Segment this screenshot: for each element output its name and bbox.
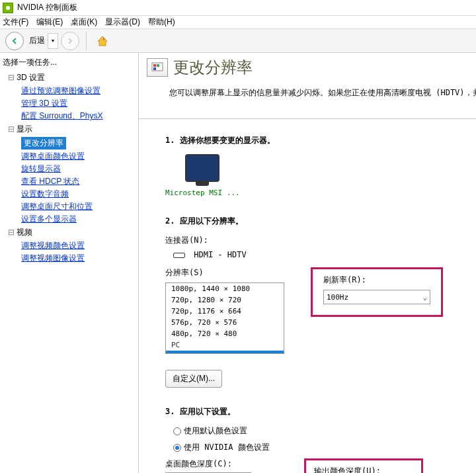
- tree-item[interactable]: 管理 3D 设置: [3, 97, 136, 110]
- tree-item[interactable]: 通过预览调整图像设置: [3, 85, 136, 97]
- content: 选择一项任务... 3D 设置 通过预览调整图像设置 管理 3D 设置 配置 S…: [0, 53, 476, 473]
- tree-item[interactable]: 调整视频图像设置: [3, 252, 136, 265]
- radio-icon: [173, 427, 181, 435]
- field-label: 输出颜色深度(U):: [314, 466, 413, 473]
- nvidia-icon: [3, 3, 13, 13]
- menu-display[interactable]: 显示器(D): [105, 17, 140, 28]
- tree-item[interactable]: 查看 HDCP 状态: [3, 175, 136, 188]
- tree-item[interactable]: 旋转显示器: [3, 163, 136, 175]
- tree-item[interactable]: 调整桌面颜色设置: [3, 150, 136, 163]
- list-group-pc: PC: [166, 339, 284, 351]
- resolution-column: 分辨率(S) 1080p, 1440 × 1080 720p, 1280 × 7…: [165, 267, 284, 354]
- svg-point-0: [6, 6, 10, 10]
- tree-group-label[interactable]: 视频: [3, 226, 136, 239]
- menubar: 文件(F) 编辑(E) 桌面(K) 显示器(D) 帮助(H): [0, 16, 476, 29]
- sidebar-title: 选择一项任务...: [3, 56, 136, 69]
- section-title: 1. 选择你想要变更的显示器。: [165, 135, 463, 146]
- back-history-dropdown[interactable]: ▾: [48, 33, 58, 49]
- tree-group-label[interactable]: 显示: [3, 122, 136, 136]
- connector-value-row: HDMI - HDTV: [165, 250, 463, 259]
- page-description: 您可以调整屏幕上显示的信息量并减少闪烁。如果您正在使用高清晰度电视 (HDTV)…: [147, 87, 468, 99]
- tree-group-3d: 3D 设置 通过预览调整图像设置 管理 3D 设置 配置 Surround、Ph…: [3, 71, 136, 122]
- tree-group-video: 视频 调整视频颜色设置 调整视频图像设置: [3, 226, 136, 265]
- toolbar: 后退 ▾: [0, 29, 476, 53]
- radio-icon: [173, 444, 181, 452]
- svg-rect-4: [157, 64, 159, 67]
- back-label: 后退: [29, 35, 45, 46]
- resolution-icon: [147, 58, 168, 77]
- tree-item-change-resolution[interactable]: 更改分辨率: [21, 137, 66, 150]
- window-title: NVIDIA 控制面板: [17, 2, 77, 13]
- tree-group-label[interactable]: 3D 设置: [3, 71, 136, 85]
- section-resolution: 2. 应用以下分辨率。 连接器(N): HDMI - HDTV 分辨率(S) 1…: [165, 216, 463, 388]
- page-title: 更改分辨率: [147, 57, 468, 78]
- tree-item[interactable]: 配置 Surround、PhysX: [3, 110, 136, 122]
- tree-group-display: 显示 更改分辨率 调整桌面颜色设置 旋转显示器 查看 HDCP 状态 设置数字音…: [3, 122, 136, 226]
- tree-item[interactable]: 调整视频颜色设置: [3, 239, 136, 252]
- color-settings-grid: 桌面颜色深度(C): 最高 (32-位) 输出颜色格式(P): RGB 输出颜色…: [165, 458, 463, 473]
- menu-edit[interactable]: 编辑(E): [36, 17, 63, 28]
- back-button[interactable]: [5, 32, 24, 50]
- separator: [86, 32, 87, 50]
- list-item[interactable]: 720p, 1176 × 664: [166, 306, 284, 317]
- sidebar: 选择一项任务... 3D 设置 通过预览调整图像设置 管理 3D 设置 配置 S…: [0, 53, 139, 473]
- body-area: 1. 选择你想要变更的显示器。 Microstep MSI ... 2. 应用以…: [139, 119, 476, 473]
- output-depth-field: 输出颜色深度(U): 10 bpc: [314, 466, 413, 473]
- radio-nvidia-color[interactable]: 使用 NVIDIA 颜色设置: [165, 442, 463, 453]
- forward-button: [61, 32, 79, 50]
- menu-help[interactable]: 帮助(H): [148, 17, 175, 28]
- resolution-label: 分辨率(S): [165, 267, 284, 279]
- menu-desktop[interactable]: 桌面(K): [71, 17, 97, 28]
- connector-label: 连接器(N):: [165, 235, 463, 246]
- list-item[interactable]: 576p, 720 × 576: [166, 317, 284, 328]
- header-area: 更改分辨率 您可以调整屏幕上显示的信息量并减少闪烁。如果您正在使用高清晰度电视 …: [139, 53, 476, 119]
- menu-file[interactable]: 文件(F): [3, 17, 28, 28]
- list-item-selected[interactable]: 1920 × 1080: [166, 351, 284, 354]
- list-item[interactable]: 720p, 1280 × 720: [166, 294, 284, 306]
- field-label: 桌面颜色深度(C):: [165, 458, 278, 470]
- list-item[interactable]: 1080p, 1440 × 1080: [166, 283, 284, 294]
- svg-rect-1: [103, 38, 104, 40]
- tree-item[interactable]: 设置数字音频: [3, 188, 136, 200]
- section-title: 2. 应用以下分辨率。: [165, 216, 463, 227]
- list-item[interactable]: 480p, 720 × 480: [166, 328, 284, 339]
- resolution-listbox[interactable]: 1080p, 1440 × 1080 720p, 1280 × 720 720p…: [165, 282, 284, 354]
- radio-label: 使用 NVIDIA 颜色设置: [184, 442, 270, 453]
- page-title-text: 更改分辨率: [173, 57, 253, 78]
- left-column: 桌面颜色深度(C): 最高 (32-位) 输出颜色格式(P): RGB: [165, 458, 278, 473]
- right-column-highlighted: 输出颜色深度(U): 10 bpc 输出动态范围(O): 完全: [304, 458, 423, 473]
- titlebar: NVIDIA 控制面板: [0, 0, 476, 16]
- svg-rect-5: [153, 67, 156, 70]
- refresh-rate-select[interactable]: 100Hz: [323, 290, 430, 304]
- hdmi-icon: [173, 253, 185, 258]
- home-button[interactable]: [93, 32, 112, 50]
- monitor-icon: [185, 154, 219, 182]
- nav-tree: 3D 设置 通过预览调整图像设置 管理 3D 设置 配置 Surround、Ph…: [3, 69, 136, 265]
- refresh-label: 刷新率(R):: [323, 275, 430, 286]
- section-color-settings: 3. 应用以下设置。 使用默认颜色设置 使用 NVIDIA 颜色设置 桌面颜色深…: [165, 406, 463, 473]
- radio-label: 使用默认颜色设置: [184, 425, 247, 437]
- monitor-label: Microstep MSI ...: [165, 189, 240, 197]
- section-title: 3. 应用以下设置。: [165, 406, 463, 417]
- refresh-rate-box: 刷新率(R): 100Hz: [311, 267, 443, 317]
- connector-value: HDMI - HDTV: [194, 250, 246, 259]
- desktop-depth-field: 桌面颜色深度(C): 最高 (32-位): [165, 458, 278, 473]
- main-panel: 更改分辨率 您可以调整屏幕上显示的信息量并减少闪烁。如果您正在使用高清晰度电视 …: [139, 53, 476, 473]
- section-select-display: 1. 选择你想要变更的显示器。 Microstep MSI ...: [165, 135, 463, 197]
- tree-item-selected-wrapper: 更改分辨率: [3, 136, 136, 150]
- monitor-tile[interactable]: Microstep MSI ...: [165, 154, 240, 197]
- radio-default-color[interactable]: 使用默认颜色设置: [165, 425, 463, 437]
- tree-item[interactable]: 调整桌面尺寸和位置: [3, 200, 136, 213]
- tree-item[interactable]: 设置多个显示器: [3, 213, 136, 226]
- custom-button[interactable]: 自定义(M)...: [165, 370, 222, 388]
- svg-rect-3: [153, 64, 156, 67]
